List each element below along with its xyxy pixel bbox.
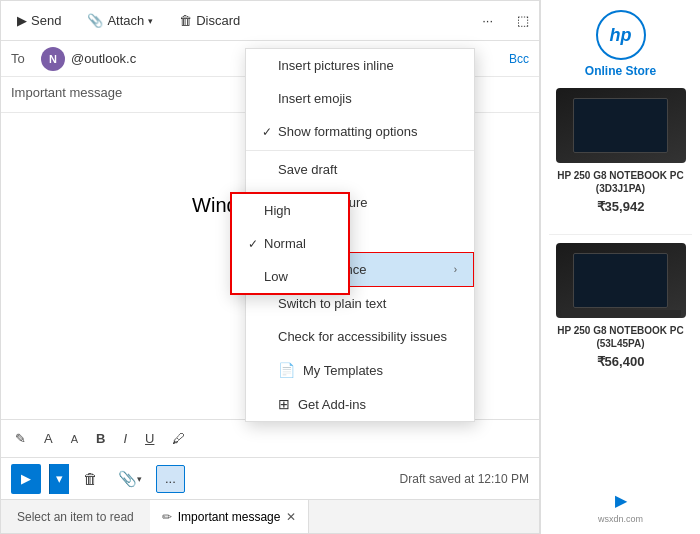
format-bar: ✎ A A B I U 🖊 (1, 419, 539, 457)
status-bar: Select an item to read ✏ Important messa… (1, 499, 539, 533)
status-tab[interactable]: ✏ Important message ✕ (150, 500, 310, 533)
attach-label: Attach (107, 13, 144, 28)
template-icon: 📄 (278, 362, 295, 378)
importance-level: High (264, 203, 291, 218)
subject-text: Important message (11, 85, 122, 100)
discard-button[interactable]: 🗑 Discard (173, 9, 246, 32)
addins-icon: ⊞ (278, 396, 290, 412)
menu-item-get-addins[interactable]: ⊞ Get Add-ins (246, 387, 474, 421)
attach-button[interactable]: 📎 Attach ▾ (81, 9, 159, 32)
menu-item-accessibility[interactable]: Check for accessibility issues (246, 320, 474, 353)
chevron-small: ▾ (137, 474, 142, 484)
draft-status: Draft saved at 12:10 PM (400, 472, 529, 486)
importance-level: Low (264, 269, 288, 284)
trash-icon: 🗑 (83, 470, 98, 487)
bcc-button[interactable]: Bcc (509, 52, 529, 66)
menu-label: Show formatting options (278, 124, 417, 139)
discard-label: Discard (196, 13, 240, 28)
send-action-button[interactable]: ▶ (11, 464, 41, 494)
menu-item-show-formatting[interactable]: ✓ Show formatting options (246, 115, 474, 148)
menu-divider (246, 150, 474, 151)
expand-button[interactable]: ⬚ (517, 13, 529, 28)
font-size-icon[interactable]: A (40, 429, 57, 448)
expand-icon: ⬚ (517, 13, 529, 28)
submenu-item-normal[interactable]: ✓ Normal (232, 227, 348, 260)
product1-price: ₹35,942 (597, 199, 645, 214)
menu-label: Save draft (278, 162, 337, 177)
avatar: N (41, 47, 65, 71)
send-split-button[interactable]: ▾ (49, 464, 69, 494)
menu-label: Switch to plain text (278, 296, 386, 311)
status-select-item[interactable]: Select an item to read (1, 500, 150, 533)
online-store-label: Online Store (585, 64, 656, 78)
check-icon: ✓ (262, 125, 278, 139)
hp-logo-text: hp (610, 25, 632, 46)
product1-name: HP 250 G8 NOTEBOOK PC (3D3J1PA) (549, 169, 692, 195)
more-actions-button[interactable]: ... (156, 465, 185, 493)
product2-price: ₹56,400 (597, 354, 645, 369)
font-size-small-icon[interactable]: A (67, 431, 82, 447)
product2-image (556, 243, 686, 318)
ad-divider (549, 234, 692, 235)
to-label: To (11, 51, 41, 66)
trash-icon: 🗑 (179, 13, 192, 28)
submenu-item-high[interactable]: High (232, 194, 348, 227)
chevron-down-icon: ▾ (56, 471, 63, 486)
send-arrow-icon: ▶ (21, 471, 31, 486)
submenu-item-low[interactable]: Low (232, 260, 348, 293)
highlight-icon[interactable]: 🖊 (168, 429, 189, 448)
pencil-tab-icon: ✏ (162, 510, 172, 524)
watermark: wsxdn.com (598, 514, 643, 524)
chevron-right-icon: › (454, 264, 457, 275)
menu-item-my-templates[interactable]: 📄 My Templates (246, 353, 474, 387)
check-icon: ✓ (248, 237, 264, 251)
bold-button[interactable]: B (92, 429, 109, 448)
product1-image (556, 88, 686, 163)
action-bar: ▶ ▾ 🗑 📎 ▾ ... Draft saved at 12:10 PM (1, 457, 539, 499)
attach-icon: 📎 (118, 470, 137, 488)
attach-icon: 📎 (87, 13, 103, 28)
hp-logo: hp (596, 10, 646, 60)
italic-button[interactable]: I (119, 429, 131, 448)
close-tab-button[interactable]: ✕ (286, 510, 296, 524)
attach-action-button[interactable]: 📎 ▾ (112, 464, 148, 494)
menu-item-insert-emojis[interactable]: Insert emojis (246, 82, 474, 115)
menu-label: Check for accessibility issues (278, 329, 447, 344)
menu-label: Insert emojis (278, 91, 352, 106)
menu-label: Get Add-ins (298, 397, 366, 412)
menu-label: Insert pictures inline (278, 58, 394, 73)
play-button[interactable]: ▶ (615, 491, 627, 510)
delete-button[interactable]: 🗑 (77, 464, 104, 494)
menu-label: My Templates (303, 363, 383, 378)
toolbar: ▶ Send 📎 Attach ▾ 🗑 Discard ··· ⬚ (1, 1, 539, 41)
more-options-button[interactable]: ··· (476, 9, 499, 32)
send-label: Send (31, 13, 61, 28)
ellipsis-icon: ... (165, 471, 176, 486)
ad-panel: hp Online Store HP 250 G8 NOTEBOOK PC (3… (540, 0, 700, 534)
chevron-down-icon: ▾ (148, 16, 153, 26)
importance-submenu: High ✓ Normal Low (230, 192, 350, 295)
underline-button[interactable]: U (141, 429, 158, 448)
send-button[interactable]: ▶ Send (11, 9, 67, 32)
pencil-icon[interactable]: ✎ (11, 429, 30, 448)
importance-level: Normal (264, 236, 306, 251)
menu-item-insert-pictures[interactable]: Insert pictures inline (246, 49, 474, 82)
menu-item-save-draft[interactable]: Save draft (246, 153, 474, 186)
send-icon: ▶ (17, 13, 27, 28)
ellipsis-icon: ··· (482, 13, 493, 28)
product2-name: HP 250 G8 NOTEBOOK PC (53L45PA) (549, 324, 692, 350)
